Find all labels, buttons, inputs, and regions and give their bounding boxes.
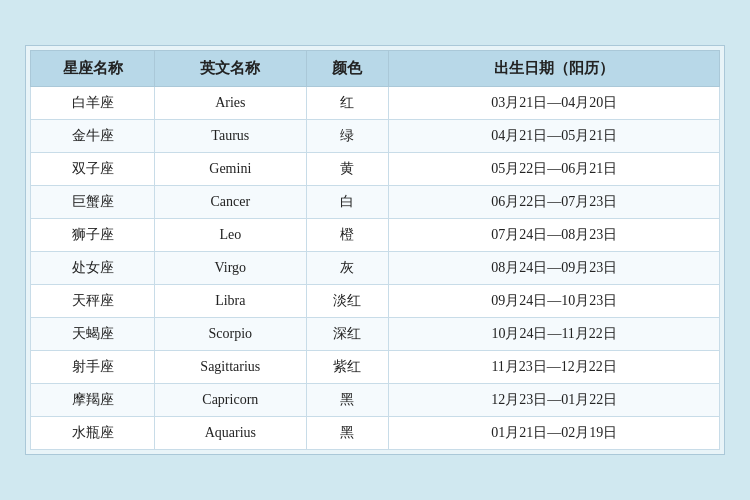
cell-color: 绿 — [306, 120, 389, 153]
cell-chinese: 狮子座 — [31, 219, 155, 252]
cell-chinese: 天秤座 — [31, 285, 155, 318]
cell-date: 04月21日—05月21日 — [389, 120, 720, 153]
cell-english: Virgo — [155, 252, 307, 285]
cell-color: 灰 — [306, 252, 389, 285]
table-row: 射手座Sagittarius紫红11月23日—12月22日 — [31, 351, 720, 384]
table-row: 双子座Gemini黄05月22日—06月21日 — [31, 153, 720, 186]
cell-color: 黑 — [306, 384, 389, 417]
header-date: 出生日期（阳历） — [389, 51, 720, 87]
cell-english: Capricorn — [155, 384, 307, 417]
cell-chinese: 天蝎座 — [31, 318, 155, 351]
cell-date: 01月21日—02月19日 — [389, 417, 720, 450]
table-row: 天蝎座Scorpio深红10月24日—11月22日 — [31, 318, 720, 351]
zodiac-table-container: 星座名称 英文名称 颜色 出生日期（阳历） 白羊座Aries红03月21日—04… — [25, 45, 725, 455]
cell-date: 10月24日—11月22日 — [389, 318, 720, 351]
table-row: 摩羯座Capricorn黑12月23日—01月22日 — [31, 384, 720, 417]
cell-chinese: 白羊座 — [31, 87, 155, 120]
cell-english: Libra — [155, 285, 307, 318]
cell-date: 07月24日—08月23日 — [389, 219, 720, 252]
cell-color: 深红 — [306, 318, 389, 351]
cell-color: 淡红 — [306, 285, 389, 318]
cell-date: 05月22日—06月21日 — [389, 153, 720, 186]
header-english: 英文名称 — [155, 51, 307, 87]
cell-color: 紫红 — [306, 351, 389, 384]
table-row: 狮子座Leo橙07月24日—08月23日 — [31, 219, 720, 252]
cell-date: 08月24日—09月23日 — [389, 252, 720, 285]
cell-chinese: 摩羯座 — [31, 384, 155, 417]
cell-english: Aries — [155, 87, 307, 120]
header-chinese: 星座名称 — [31, 51, 155, 87]
cell-color: 黑 — [306, 417, 389, 450]
cell-color: 白 — [306, 186, 389, 219]
table-row: 金牛座Taurus绿04月21日—05月21日 — [31, 120, 720, 153]
cell-english: Aquarius — [155, 417, 307, 450]
table-header-row: 星座名称 英文名称 颜色 出生日期（阳历） — [31, 51, 720, 87]
cell-chinese: 巨蟹座 — [31, 186, 155, 219]
table-row: 白羊座Aries红03月21日—04月20日 — [31, 87, 720, 120]
cell-english: Cancer — [155, 186, 307, 219]
cell-english: Scorpio — [155, 318, 307, 351]
cell-color: 黄 — [306, 153, 389, 186]
table-row: 水瓶座Aquarius黑01月21日—02月19日 — [31, 417, 720, 450]
cell-chinese: 双子座 — [31, 153, 155, 186]
cell-english: Taurus — [155, 120, 307, 153]
cell-color: 红 — [306, 87, 389, 120]
cell-date: 09月24日—10月23日 — [389, 285, 720, 318]
cell-chinese: 水瓶座 — [31, 417, 155, 450]
cell-chinese: 金牛座 — [31, 120, 155, 153]
cell-date: 03月21日—04月20日 — [389, 87, 720, 120]
table-row: 巨蟹座Cancer白06月22日—07月23日 — [31, 186, 720, 219]
table-body: 白羊座Aries红03月21日—04月20日金牛座Taurus绿04月21日—0… — [31, 87, 720, 450]
cell-chinese: 射手座 — [31, 351, 155, 384]
cell-date: 11月23日—12月22日 — [389, 351, 720, 384]
header-color: 颜色 — [306, 51, 389, 87]
cell-color: 橙 — [306, 219, 389, 252]
table-row: 处女座Virgo灰08月24日—09月23日 — [31, 252, 720, 285]
cell-chinese: 处女座 — [31, 252, 155, 285]
cell-english: Sagittarius — [155, 351, 307, 384]
cell-date: 06月22日—07月23日 — [389, 186, 720, 219]
table-row: 天秤座Libra淡红09月24日—10月23日 — [31, 285, 720, 318]
cell-english: Gemini — [155, 153, 307, 186]
cell-english: Leo — [155, 219, 307, 252]
zodiac-table: 星座名称 英文名称 颜色 出生日期（阳历） 白羊座Aries红03月21日—04… — [30, 50, 720, 450]
cell-date: 12月23日—01月22日 — [389, 384, 720, 417]
